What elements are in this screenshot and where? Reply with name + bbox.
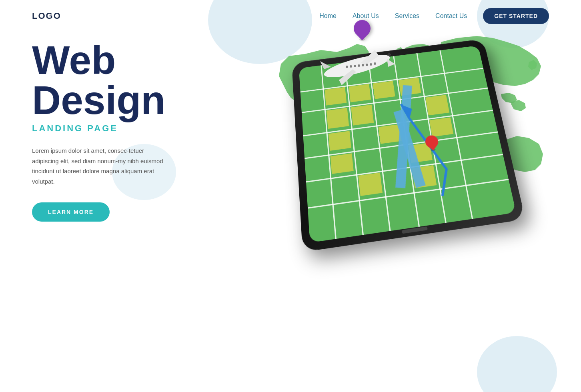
svg-point-2: [374, 62, 376, 65]
svg-point-5: [362, 64, 364, 66]
hero-title-design: Design: [32, 80, 200, 120]
hero-subtitle: LANDING PAGE: [32, 123, 200, 134]
svg-point-8: [350, 65, 352, 68]
nav-services[interactable]: Services: [395, 12, 419, 20]
nav-about[interactable]: About Us: [353, 12, 379, 20]
svg-point-6: [358, 64, 360, 67]
nav-contact[interactable]: Contact Us: [435, 12, 467, 20]
pin-purple: [354, 20, 371, 41]
pin-red: [425, 134, 440, 152]
svg-point-1: [322, 50, 392, 82]
svg-point-4: [366, 64, 368, 66]
header: LOGO Home About Us Services Contact Us G…: [0, 0, 581, 32]
hero-title-web: Web: [32, 40, 200, 80]
hero-left: Web Design LANDING PAGE Lorem ipsum dolo…: [32, 40, 200, 222]
svg-point-3: [370, 63, 372, 66]
svg-point-9: [346, 66, 348, 68]
get-started-button[interactable]: GET STARTED: [483, 8, 549, 24]
hero-description: Lorem ipsum dolor sit amet, consec-tetue…: [32, 146, 168, 186]
learn-more-button[interactable]: LEARN MORE: [32, 202, 110, 222]
nav-home[interactable]: Home: [319, 12, 337, 20]
airplane-icon: [313, 42, 401, 90]
svg-point-7: [354, 65, 356, 67]
hero-illustration: [233, 0, 581, 312]
logo: LOGO: [32, 11, 61, 21]
blob-bottom-right: [477, 336, 557, 392]
